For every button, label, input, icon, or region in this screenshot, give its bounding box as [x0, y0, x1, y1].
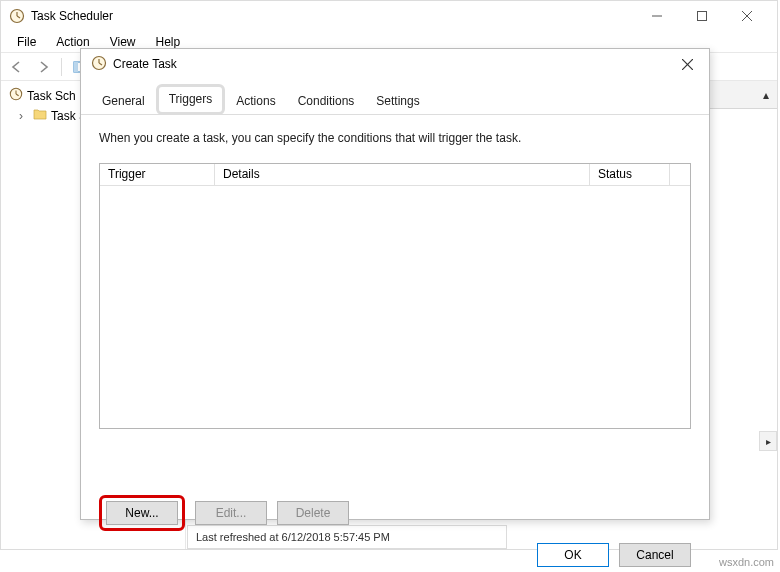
window-controls	[634, 2, 769, 30]
grid-body[interactable]	[100, 186, 690, 428]
chevron-right-icon[interactable]: ›	[19, 109, 29, 123]
dialog-body: When you create a task, you can specify …	[81, 115, 709, 483]
tree-root-label: Task Sch	[27, 89, 76, 103]
triggers-hint: When you create a task, you can specify …	[99, 131, 691, 145]
tab-settings[interactable]: Settings	[365, 88, 430, 114]
edit-button: Edit...	[195, 501, 267, 525]
dialog-button-row: OK Cancel	[81, 535, 709, 572]
forward-button[interactable]	[31, 56, 55, 78]
dialog-titlebar: Create Task	[81, 49, 709, 79]
col-details[interactable]: Details	[215, 164, 590, 185]
tab-general[interactable]: General	[91, 88, 156, 114]
tab-actions[interactable]: Actions	[225, 88, 286, 114]
back-button[interactable]	[5, 56, 29, 78]
tab-conditions[interactable]: Conditions	[287, 88, 366, 114]
svg-rect-4	[697, 12, 706, 21]
trigger-button-row: New... Edit... Delete	[81, 483, 709, 535]
chevron-up-icon[interactable]: ▴	[763, 88, 769, 102]
grid-header: Trigger Details Status	[100, 164, 690, 186]
cancel-button[interactable]: Cancel	[619, 543, 691, 567]
create-task-dialog: Create Task General Triggers Actions Con…	[80, 48, 710, 520]
main-titlebar: Task Scheduler	[1, 1, 777, 31]
clock-icon	[91, 55, 107, 74]
col-spacer	[670, 164, 690, 185]
dialog-tabs: General Triggers Actions Conditions Sett…	[81, 79, 709, 115]
delete-button: Delete	[277, 501, 349, 525]
triggers-grid: Trigger Details Status	[99, 163, 691, 429]
minimize-button[interactable]	[634, 2, 679, 30]
col-trigger[interactable]: Trigger	[100, 164, 215, 185]
new-button-highlight: New...	[99, 495, 185, 531]
dialog-close-button[interactable]	[675, 54, 699, 74]
clock-icon	[9, 87, 23, 104]
menu-file[interactable]: File	[7, 33, 46, 51]
col-status[interactable]: Status	[590, 164, 670, 185]
folder-icon	[33, 108, 47, 123]
scroll-right-button[interactable]: ▸	[759, 431, 777, 451]
maximize-button[interactable]	[679, 2, 724, 30]
clock-icon	[9, 8, 25, 24]
dialog-title: Create Task	[113, 57, 177, 71]
svg-rect-8	[74, 62, 78, 72]
close-button[interactable]	[724, 2, 769, 30]
ok-button[interactable]: OK	[537, 543, 609, 567]
tab-triggers[interactable]: Triggers	[156, 84, 226, 115]
watermark: wsxdn.com	[719, 556, 774, 568]
toolbar-separator	[61, 58, 62, 76]
app-title: Task Scheduler	[31, 9, 113, 23]
new-button[interactable]: New...	[106, 501, 178, 525]
